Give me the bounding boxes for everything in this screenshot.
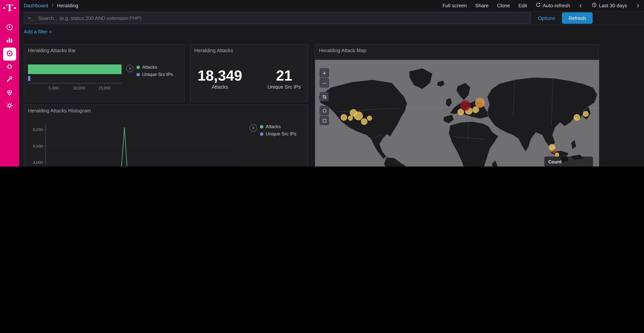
legend-label: Attacks xyxy=(142,65,157,70)
zoom-out-button[interactable]: − xyxy=(320,78,329,88)
wrench-icon xyxy=(6,76,14,85)
legend-item-attacks[interactable]: Attacks xyxy=(136,65,173,70)
x-axis-tick-label: 10,000 xyxy=(73,86,85,90)
attack-location-marker[interactable] xyxy=(361,119,367,125)
attack-location-marker[interactable] xyxy=(473,107,479,113)
search-input-container: >_ xyxy=(24,12,531,24)
heart-pulse-icon xyxy=(6,89,14,98)
attack-location-marker[interactable] xyxy=(574,114,580,120)
panel-heralding-attack-map: Heralding Attack Map xyxy=(315,44,599,167)
share-button[interactable]: Share xyxy=(475,3,488,9)
filter-bar: Add a filter + xyxy=(19,25,644,38)
map-controls: + − xyxy=(320,68,329,125)
world-attack-map[interactable] xyxy=(315,60,599,167)
series-attacks-line[interactable] xyxy=(46,128,227,167)
nav-actions: Full screen Share Clone Edit Auto-refres… xyxy=(442,2,640,9)
panel-title[interactable]: Heralding Attacks xyxy=(190,45,308,55)
logo-dot-left xyxy=(4,7,5,9)
top-navigation-bar: Dashboard / Heralding Full screen Share … xyxy=(19,0,644,12)
panel-heralding-attacks-bar: Heralding Attacks Bar 5,00010,00015,000 … xyxy=(24,44,185,102)
bar-chart-icon xyxy=(6,37,14,46)
zoom-in-button[interactable]: + xyxy=(320,68,329,78)
options-link[interactable]: Options xyxy=(538,15,555,21)
attack-location-marker[interactable] xyxy=(348,116,353,120)
attack-location-marker[interactable] xyxy=(354,112,363,120)
bar-attacks[interactable] xyxy=(28,65,122,74)
legend-toggle-button[interactable] xyxy=(126,65,134,72)
legend-item-unique-src-ips[interactable]: Unique Src IPs xyxy=(136,72,173,77)
attacks-bar-chart[interactable]: 5,00010,00015,000 xyxy=(26,62,126,93)
sidebar-item-settings[interactable] xyxy=(3,100,16,113)
metric-value: 21 xyxy=(268,68,301,83)
panel-title[interactable]: Heralding Attacks Histogram xyxy=(24,105,308,115)
chart-legend: AttacksUnique Src IPs xyxy=(250,124,296,137)
compass-icon xyxy=(6,24,14,33)
time-forward-button[interactable] xyxy=(636,3,640,8)
attack-location-marker[interactable] xyxy=(341,114,347,120)
attack-location-marker[interactable] xyxy=(475,98,484,107)
kibana-dashboard: T Dashboard / Heralding xyxy=(0,0,644,167)
metric-label: Unique Src IPs xyxy=(268,84,301,90)
legend-toggle-button[interactable] xyxy=(250,124,257,132)
add-filter-link[interactable]: Add a filter + xyxy=(24,29,52,34)
map-legend-title: Count xyxy=(548,159,590,165)
attack-location-marker[interactable] xyxy=(460,101,470,111)
rectangle-tool-button[interactable] xyxy=(320,116,329,125)
legend-item-attacks[interactable]: Attacks xyxy=(260,124,296,129)
sidebar-item-tools[interactable] xyxy=(3,74,16,87)
sidebar-item-bug[interactable] xyxy=(3,61,16,74)
time-range-label: Last 30 days xyxy=(599,3,627,9)
refresh-button[interactable]: Refresh xyxy=(562,12,593,24)
sidebar-item-visualize[interactable] xyxy=(3,35,16,48)
metric-label: Attacks xyxy=(198,84,242,90)
panel-heralding-attacks-histogram: Heralding Attacks Histogram 02,0004,0006… xyxy=(24,104,308,167)
metric-group: 18,349 Attacks 21 Unique Src IPs xyxy=(190,56,308,101)
sidebar-item-compass[interactable] xyxy=(3,22,16,35)
edit-button[interactable]: Edit xyxy=(518,3,527,9)
time-range-button[interactable]: Last 30 days xyxy=(592,2,627,9)
attack-location-marker[interactable] xyxy=(583,111,588,117)
legend-item-unique-src-ips[interactable]: Unique Src IPs xyxy=(260,131,296,137)
metric-value: 18,349 xyxy=(198,68,242,83)
bug-icon xyxy=(6,63,14,72)
attack-location-marker[interactable] xyxy=(555,153,559,157)
y-axis-tick-label: 8,000 xyxy=(33,127,43,132)
chart-legend: AttacksUnique Src IPs xyxy=(126,65,173,77)
attack-location-marker[interactable] xyxy=(549,144,555,150)
y-axis-tick-label: 6,000 xyxy=(33,144,43,148)
panel-title[interactable]: Heralding Attacks Bar xyxy=(24,45,184,55)
legend-label: Unique Src IPs xyxy=(266,131,296,137)
time-back-button[interactable] xyxy=(579,3,583,8)
sidebar-item-dashboard-selected[interactable] xyxy=(3,48,16,61)
bar-unique-src-ips[interactable] xyxy=(28,76,30,81)
query-bar: >_ Options Refresh xyxy=(19,12,644,25)
attack-location-marker[interactable] xyxy=(552,150,556,153)
app-sidebar: T xyxy=(0,0,19,167)
full-screen-button[interactable]: Full screen xyxy=(442,3,467,9)
logo-letter: T xyxy=(6,3,13,13)
panel-title[interactable]: Heralding Attack Map xyxy=(315,45,598,55)
legend-dot xyxy=(260,125,263,128)
map-legend-items: 3 – 2,729.42,729.4 – 5,455.85,455.8 – 8,… xyxy=(548,166,590,167)
y-axis-tick-label: 4,000 xyxy=(33,160,43,165)
legend-dot xyxy=(136,73,140,76)
attack-location-marker[interactable] xyxy=(367,116,372,120)
clock-icon xyxy=(592,2,597,9)
breadcrumb-current: Heralding xyxy=(57,3,78,9)
crop-tool-button[interactable] xyxy=(320,92,329,101)
sidebar-item-health[interactable] xyxy=(3,87,16,100)
search-input[interactable] xyxy=(38,15,527,21)
auto-refresh-button[interactable]: Auto-refresh xyxy=(535,2,570,9)
attacks-histogram-chart[interactable]: 02,0004,0006,0008,0002018-10-28 02:00201… xyxy=(26,119,248,167)
breadcrumb-dashboard-link[interactable]: Dashboard xyxy=(24,3,48,9)
breadcrumb: Dashboard / Heralding xyxy=(24,3,78,9)
x-axis-tick-label: 15,000 xyxy=(98,86,110,90)
map-legend-item: 3 – 2,729.4 xyxy=(548,166,590,167)
logo-dot-right xyxy=(14,7,16,9)
polygon-tool-button[interactable] xyxy=(320,106,329,115)
clone-button[interactable]: Clone xyxy=(497,3,510,9)
map-legend: Count 3 – 2,729.42,729.4 – 5,455.85,455.… xyxy=(544,157,593,167)
refresh-cycle-icon xyxy=(535,2,541,9)
telekom-logo: T xyxy=(4,3,16,13)
query-prompt-icon: >_ xyxy=(28,15,34,21)
